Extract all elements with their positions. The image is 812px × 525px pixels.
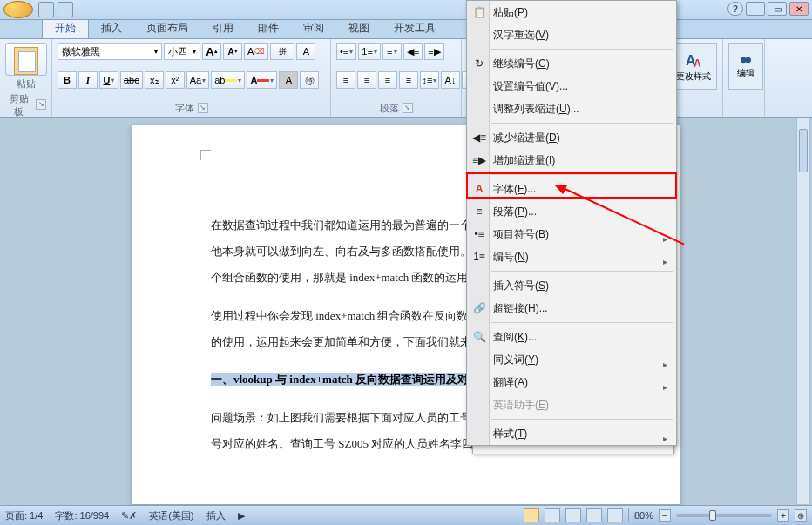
tab-home[interactable]: 开始 xyxy=(42,17,89,38)
zoom-slider-thumb[interactable] xyxy=(709,510,716,521)
view-print-layout[interactable] xyxy=(524,508,539,522)
paste-button[interactable] xyxy=(5,43,47,76)
char-shading-button[interactable]: A xyxy=(279,71,298,89)
ctx-item-6[interactable]: ≡▶增加缩进量(I) xyxy=(467,149,676,172)
shrink-font-button[interactable]: A▾ xyxy=(223,43,242,60)
ctx-item-13[interactable]: 🔍查阅(K)... xyxy=(467,326,676,348)
close-button[interactable]: ✕ xyxy=(789,2,809,16)
status-page[interactable]: 页面: 1/4 xyxy=(5,509,43,522)
font-name-combo[interactable]: 微软雅黑▾ xyxy=(58,43,162,60)
status-proof-icon[interactable]: ✎✗ xyxy=(121,510,137,522)
highlight-button[interactable]: ab xyxy=(211,71,245,89)
ctx-item-11[interactable]: 插入符号(S) xyxy=(467,274,676,297)
restore-button[interactable]: ▭ xyxy=(768,2,787,16)
status-macro-icon[interactable]: ▶ xyxy=(238,510,245,522)
font-icon: A xyxy=(471,181,487,197)
status-words[interactable]: 字数: 16/994 xyxy=(55,509,109,522)
ctx-separator xyxy=(491,174,673,175)
strikethrough-button[interactable]: abc xyxy=(120,71,143,89)
grow-font-button[interactable]: A▴ xyxy=(202,43,221,60)
line-spacing-button[interactable]: ↕≡ xyxy=(420,71,439,89)
char-border-button[interactable]: A xyxy=(296,43,315,60)
qat-undo-icon[interactable] xyxy=(58,2,73,17)
group-clipboard: 粘贴 剪贴板 ↘ xyxy=(0,39,52,117)
font-dialog-launcher[interactable]: ↘ xyxy=(198,103,208,113)
qat-save-icon[interactable] xyxy=(38,2,54,17)
decrease-indent-button[interactable]: ◀≡ xyxy=(403,43,423,60)
tab-review[interactable]: 审阅 xyxy=(291,18,336,38)
group-font: 微软雅黑▾ 小四▾ A▴ A▾ A⌫ 拼 A B I U abc x₂ x² A… xyxy=(52,39,331,117)
zoom-fit-button[interactable]: ⊕ xyxy=(795,509,807,522)
superscript-button[interactable]: x² xyxy=(166,71,185,89)
clear-formatting-button[interactable]: A⌫ xyxy=(244,43,268,60)
minimize-button[interactable]: — xyxy=(746,2,765,16)
ctx-item-0[interactable]: 📋粘贴(P) xyxy=(467,1,676,24)
paste-icon xyxy=(14,47,38,75)
multilevel-button[interactable]: ≡ xyxy=(382,43,402,60)
ctx-item-4[interactable]: 调整列表缩进(U)... xyxy=(467,98,676,120)
ctx-item-17[interactable]: 样式(T) xyxy=(467,422,676,445)
editing-label: 编辑 xyxy=(737,67,754,79)
help-button[interactable]: ? xyxy=(727,2,743,16)
tab-insert[interactable]: 插入 xyxy=(89,18,134,38)
align-right-button[interactable]: ≡ xyxy=(378,71,397,89)
bold-button[interactable]: B xyxy=(58,71,77,89)
bullets-button[interactable]: •≡ xyxy=(336,43,356,60)
status-insert-mode[interactable]: 插入 xyxy=(206,509,226,522)
font-color-button[interactable]: A xyxy=(247,71,277,89)
numbering-button[interactable]: 1≡ xyxy=(358,43,381,60)
tab-view[interactable]: 视图 xyxy=(336,18,382,38)
tab-layout[interactable]: 页面布局 xyxy=(134,18,200,38)
align-center-button[interactable]: ≡ xyxy=(357,71,376,89)
sort-button[interactable]: A↓ xyxy=(441,71,460,89)
clipboard-dialog-launcher[interactable]: ↘ xyxy=(36,99,46,110)
ctx-item-9[interactable]: •≡项目符号(B) xyxy=(467,223,676,246)
ctx-no-icon xyxy=(471,78,487,94)
italic-button[interactable]: I xyxy=(78,71,98,89)
scrollbar-thumb[interactable] xyxy=(799,129,808,172)
change-case-button[interactable]: Aa xyxy=(186,71,209,89)
ribbon: 粘贴 剪贴板 ↘ 微软雅黑▾ 小四▾ A▴ A▾ A⌫ 拼 A B I U ab… xyxy=(0,39,812,118)
ctx-item-2[interactable]: ↻继续编号(C) xyxy=(467,52,676,75)
lookup-icon: 🔍 xyxy=(471,329,487,345)
office-button[interactable] xyxy=(3,1,33,18)
view-draft[interactable] xyxy=(607,508,623,522)
ctx-item-7[interactable]: A字体(F)... xyxy=(467,178,676,200)
ctx-item-14[interactable]: 同义词(Y) xyxy=(467,348,676,371)
tab-references[interactable]: 引用 xyxy=(200,18,246,38)
ctx-item-10[interactable]: 1≡编号(N) xyxy=(467,246,676,268)
status-bar: 页面: 1/4 字数: 16/994 ✎✗ 英语(美国) 插入 ▶ 80% − … xyxy=(0,505,812,525)
tab-developer[interactable]: 开发工具 xyxy=(382,18,448,38)
enclose-char-button[interactable]: ㊕ xyxy=(300,71,319,89)
status-language[interactable]: 英语(美国) xyxy=(149,509,193,522)
tab-mailings[interactable]: 邮件 xyxy=(246,18,291,38)
find-button[interactable]: 编辑 xyxy=(728,43,763,90)
paragraph-dialog-launcher[interactable]: ↘ xyxy=(403,103,413,113)
ribbon-tabs: 开始 插入 页面布局 引用 邮件 审阅 视图 开发工具 xyxy=(0,20,812,39)
phonetic-guide-button[interactable]: 拼 xyxy=(270,43,294,60)
increase-indent-button[interactable]: ≡▶ xyxy=(424,43,443,60)
ctx-item-15[interactable]: 翻译(A) xyxy=(467,371,676,394)
zoom-percent[interactable]: 80% xyxy=(634,510,653,521)
font-size-combo[interactable]: 小四▾ xyxy=(164,43,200,60)
group-caption-font: 字体 xyxy=(175,100,194,115)
ctx-item-3[interactable]: 设置编号值(V)... xyxy=(467,75,676,98)
group-caption-clipboard: 剪贴板 xyxy=(5,91,32,118)
change-styles-button[interactable]: AA 更改样式 xyxy=(670,43,717,90)
zoom-out-button[interactable]: − xyxy=(659,509,671,522)
view-outline[interactable] xyxy=(586,508,602,522)
align-left-button[interactable]: ≡ xyxy=(336,71,355,89)
ctx-item-12[interactable]: 🔗超链接(H)... xyxy=(467,297,676,320)
view-web-layout[interactable] xyxy=(565,508,581,522)
zoom-slider[interactable] xyxy=(676,514,772,517)
ctx-item-1[interactable]: 汉字重选(V) xyxy=(467,24,676,46)
underline-button[interactable]: U xyxy=(99,71,118,89)
vertical-scrollbar[interactable] xyxy=(796,118,810,505)
subscript-button[interactable]: x₂ xyxy=(145,71,164,89)
zoom-in-button[interactable]: + xyxy=(777,509,789,522)
ctx-item-8[interactable]: ≡段落(P)... xyxy=(467,200,676,223)
change-styles-label: 更改样式 xyxy=(676,71,711,83)
ctx-item-5[interactable]: ◀≡减少缩进量(D) xyxy=(467,126,676,149)
view-full-screen[interactable] xyxy=(545,508,560,522)
align-justify-button[interactable]: ≡ xyxy=(399,71,418,89)
